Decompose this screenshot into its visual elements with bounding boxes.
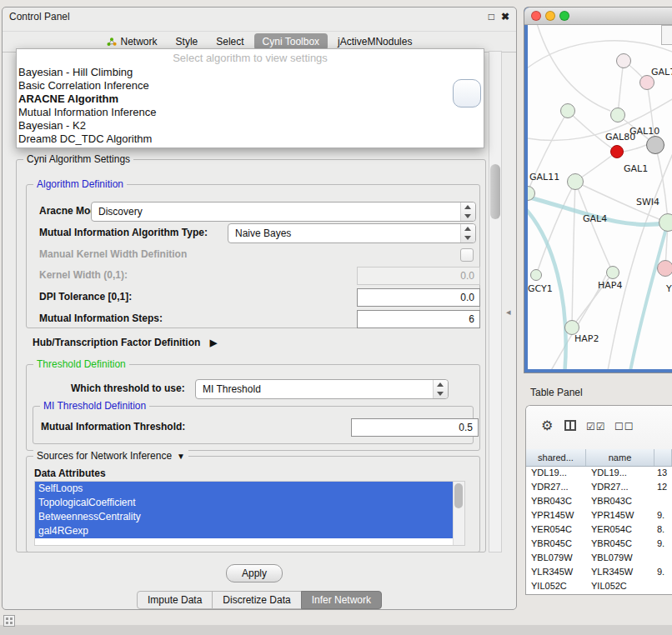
cell: YDL19... <box>586 466 654 480</box>
popup-placeholder: Select algorithm to view settings <box>17 51 484 66</box>
table-row[interactable]: YIL052CYIL052C <box>526 579 672 593</box>
column-header-cut[interactable] <box>654 449 672 466</box>
mi-threshold-label: Mutual Information Threshold: <box>41 418 185 436</box>
tab-label: Cyni Toolbox <box>263 36 319 48</box>
popup-item[interactable]: Basic Correlation Inference <box>17 79 484 92</box>
gear-icon[interactable]: ⚙ <box>541 418 553 433</box>
float-window-icon[interactable]: □ <box>489 11 494 22</box>
apply-button[interactable]: Apply <box>226 564 283 582</box>
cell: YDL19... <box>526 466 586 480</box>
which-threshold-label: Which threshold to use: <box>71 379 185 398</box>
node-label: SWI4 <box>636 197 659 208</box>
network-node[interactable] <box>530 269 542 281</box>
popup-item[interactable]: Dream8 DC_TDC Algorithm <box>17 132 484 146</box>
control-panel-titlebar[interactable]: Control Panel □ ✖ <box>3 8 516 28</box>
scrollbar-thumb[interactable] <box>454 483 463 508</box>
tab-infer-network[interactable]: Infer Network <box>301 591 382 609</box>
popup-scrollbar-thumb[interactable] <box>453 79 481 108</box>
data-attributes-list[interactable]: SelfLoops TopologicalCoefficient Between… <box>34 481 465 546</box>
cell: YBR043C <box>586 494 654 508</box>
taskbar-grid-icon[interactable] <box>3 615 15 627</box>
list-item[interactable]: BetweennessCentrality <box>35 510 453 524</box>
mi-type-select[interactable]: Naive Bayes <box>228 223 476 243</box>
mi-threshold-value: 0.5 <box>459 422 473 433</box>
network-node[interactable] <box>567 173 584 190</box>
close-traffic-light[interactable] <box>531 11 541 21</box>
list-scrollbar[interactable] <box>453 482 464 545</box>
settings-group-title: Cyni Algorithm Settings <box>23 153 133 165</box>
close-icon[interactable]: ✖ <box>501 11 509 22</box>
popup-item[interactable]: Mutual Information Inference <box>17 106 484 119</box>
cell: 8. <box>654 522 672 537</box>
tab-network[interactable]: Network <box>98 33 166 50</box>
network-window-titlebar[interactable] <box>524 8 672 25</box>
manual-kernel-checkbox[interactable] <box>460 248 474 262</box>
canvas-scrollbar-fragment[interactable] <box>661 25 672 45</box>
list-item[interactable]: TopologicalCoefficient <box>35 496 453 510</box>
list-item[interactable]: gal4RGexp <box>35 524 453 538</box>
cell: YBR043C <box>526 494 586 508</box>
table-panel-window: ⚙ ☑☑ ☐☐ shared... name YDL19...YDL19...1… <box>525 405 672 595</box>
mi-threshold-field[interactable]: 0.5 <box>351 418 479 437</box>
network-node[interactable] <box>659 213 672 232</box>
network-node[interactable] <box>616 53 631 68</box>
column-header-name[interactable]: name <box>586 449 654 466</box>
network-canvas[interactable]: GAL7 GAL80 GAL10 GAL11 GAL1 SWI4 GAL4 GC… <box>528 25 672 369</box>
deselect-all-icon[interactable]: ☐☐ <box>614 421 634 432</box>
cell <box>654 579 672 593</box>
dpi-tolerance-label: DPI Tolerance [0,1]: <box>39 288 132 306</box>
mi-steps-label: Mutual Information Steps: <box>39 309 163 328</box>
table-row[interactable]: YPR145WYPR145W9. <box>526 508 672 522</box>
node-label: GAL7 <box>651 67 672 78</box>
scrollbar-thumb[interactable] <box>490 164 500 219</box>
table-row[interactable]: YDR27...YDR27...12 <box>526 480 672 494</box>
column-header-shared-name[interactable]: shared... <box>526 449 586 466</box>
network-node-red[interactable] <box>610 145 624 158</box>
panel-collapse-icon[interactable]: ◂ <box>506 307 511 318</box>
table-row[interactable]: YBR045CYBR045C9. <box>526 537 672 551</box>
dpi-tolerance-field[interactable]: 0.0 <box>357 288 480 307</box>
network-node-gray[interactable] <box>646 136 664 154</box>
network-window: GAL7 GAL80 GAL10 GAL11 GAL1 SWI4 GAL4 GC… <box>524 7 672 373</box>
table-row[interactable]: YDL19...YDL19...13 <box>526 466 672 480</box>
cell: YDR27... <box>586 480 654 494</box>
tab-discretize-data[interactable]: Discretize Data <box>212 591 301 609</box>
node-label: GCY1 <box>528 283 553 294</box>
table-toolbar: ⚙ ☑☑ ☐☐ <box>526 406 672 450</box>
table-panel-title: Table Panel <box>530 387 583 398</box>
tab-select[interactable]: Select <box>208 33 252 50</box>
mi-type-value: Naive Bayes <box>235 228 291 239</box>
network-node[interactable] <box>606 266 619 279</box>
which-threshold-select[interactable]: MI Threshold <box>195 379 449 399</box>
network-node[interactable] <box>657 260 672 277</box>
tab-style[interactable]: Style <box>168 33 207 50</box>
settings-scrollbar[interactable] <box>489 51 502 552</box>
list-item[interactable]: SelfLoops <box>35 482 453 496</box>
kernel-width-field: 0.0 <box>357 267 480 285</box>
tab-cyni-toolbox[interactable]: Cyni Toolbox <box>254 33 328 50</box>
popup-item[interactable]: Bayesian - Hill Climbing <box>17 66 484 79</box>
table-row[interactable]: YER054CYER054C8. <box>526 522 672 537</box>
network-node[interactable] <box>560 103 575 118</box>
minimize-traffic-light[interactable] <box>545 11 555 21</box>
table-row[interactable]: YBL079WYBL079W <box>526 551 672 565</box>
bottom-strip <box>0 625 672 635</box>
table-row[interactable]: YBR043CYBR043C <box>526 494 672 508</box>
network-node[interactable] <box>610 108 625 122</box>
threshold-definition-title: Threshold Definition <box>33 358 129 370</box>
hub-section-toggle[interactable]: Hub/Transcription Factor Definition ▶ <box>33 334 217 351</box>
aracne-mode-select[interactable]: Discovery <box>91 202 476 222</box>
popup-item-selected[interactable]: ARACNE Algorithm <box>17 92 484 106</box>
node-label: GAL1 <box>624 163 648 174</box>
mi-steps-field[interactable]: 6 <box>357 310 480 328</box>
popup-item[interactable]: Bayesian - K2 <box>17 119 484 132</box>
zoom-traffic-light[interactable] <box>559 11 569 21</box>
columns-icon[interactable] <box>564 420 576 431</box>
table-row[interactable]: YLR345WYLR345W9. <box>526 565 672 579</box>
table-body: YDL19...YDL19...13 YDR27...YDR27...12 YB… <box>526 466 672 594</box>
select-all-icon[interactable]: ☑☑ <box>586 421 606 432</box>
sources-toggle[interactable]: Sources for Network Inference ▼ <box>33 450 188 462</box>
tab-jactivemodules[interactable]: jActiveMNodules <box>329 33 420 50</box>
tab-impute-data[interactable]: Impute Data <box>137 591 213 609</box>
cell: YBL079W <box>526 551 586 565</box>
